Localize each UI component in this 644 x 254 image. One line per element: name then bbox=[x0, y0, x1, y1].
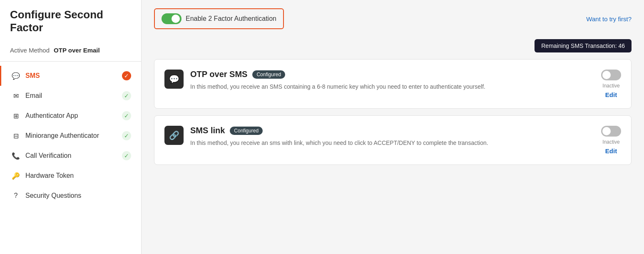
edit-link-otp-over-sms[interactable]: Edit bbox=[605, 91, 617, 98]
sidebar-label-call-verification: Call Verification bbox=[25, 152, 71, 159]
sidebar-items-container: 💬 SMS ✓ ✉ Email ✓ ⊞ Authenticator App ✓ … bbox=[0, 66, 141, 206]
sidebar-item-left-authenticator-app: ⊞ Authenticator App bbox=[11, 111, 78, 120]
sidebar-icon-miniorange-authenticator: ⊟ bbox=[11, 131, 20, 140]
method-icon-otp-over-sms: 💬 bbox=[164, 70, 184, 89]
sidebar-item-call-verification[interactable]: 📞 Call Verification ✓ bbox=[0, 146, 141, 166]
sidebar-label-hardware-token: Hardware Token bbox=[25, 172, 74, 179]
method-title-sms-link: SMS link bbox=[190, 126, 225, 135]
sidebar-item-left-email: ✉ Email bbox=[11, 91, 42, 100]
inactive-label-sms-link: Inactive bbox=[602, 139, 619, 145]
inactive-toggle-otp-over-sms[interactable] bbox=[601, 70, 621, 80]
active-method-row: Active Method OTP over Email bbox=[0, 42, 141, 61]
enable-2fa-toggle-box[interactable]: Enable 2 Factor Authentication bbox=[154, 8, 284, 29]
method-card-otp-over-sms: 💬 OTP over SMS Configured In this method… bbox=[154, 59, 632, 109]
sidebar-item-miniorange-authenticator[interactable]: ⊟ Miniorange Authenticator ✓ bbox=[0, 126, 141, 146]
sidebar-divider bbox=[0, 61, 141, 62]
sidebar-icon-call-verification: 📞 bbox=[11, 151, 20, 160]
methods-container: 💬 OTP over SMS Configured In this method… bbox=[154, 59, 632, 165]
method-body-sms-link: SMS link Configured In this method, you … bbox=[190, 126, 594, 147]
toggle-slider bbox=[162, 13, 182, 24]
method-desc-sms-link: In this method, you receive an sms with … bbox=[190, 139, 548, 147]
sidebar-item-sms[interactable]: 💬 SMS ✓ bbox=[0, 66, 141, 86]
sidebar-item-authenticator-app[interactable]: ⊞ Authenticator App ✓ bbox=[0, 106, 141, 126]
sidebar-check-call-verification: ✓ bbox=[122, 151, 131, 160]
sidebar-item-left-security-questions: ? Security Questions bbox=[11, 191, 81, 200]
toggle-label: Enable 2 Factor Authentication bbox=[186, 15, 276, 22]
header-left: Enable 2 Factor Authentication bbox=[154, 8, 284, 29]
sidebar-icon-authenticator-app: ⊞ bbox=[11, 111, 20, 120]
configured-badge-sms-link: Configured bbox=[230, 127, 263, 135]
sidebar-item-left-hardware-token: 🔑 Hardware Token bbox=[11, 171, 74, 180]
inactive-label-otp-over-sms: Inactive bbox=[602, 83, 619, 89]
sidebar-icon-security-questions: ? bbox=[11, 191, 20, 200]
want-to-try-link[interactable]: Want to try first? bbox=[586, 15, 632, 22]
sidebar-item-left-miniorange-authenticator: ⊟ Miniorange Authenticator bbox=[11, 131, 99, 140]
sidebar-item-email[interactable]: ✉ Email ✓ bbox=[0, 86, 141, 106]
sidebar-label-security-questions: Security Questions bbox=[25, 192, 81, 199]
method-desc-otp-over-sms: In this method, you receive an SMS conta… bbox=[190, 82, 548, 91]
sidebar-label-sms: SMS bbox=[25, 72, 40, 80]
sidebar-check-miniorange-authenticator: ✓ bbox=[122, 131, 131, 140]
method-body-otp-over-sms: OTP over SMS Configured In this method, … bbox=[190, 70, 594, 91]
active-method-label: Active Method bbox=[10, 47, 50, 54]
method-actions-sms-link: Inactive Edit bbox=[601, 126, 621, 154]
method-card-sms-link: 🔗 SMS link Configured In this method, yo… bbox=[154, 115, 632, 165]
page-title: Configure Second Factor bbox=[0, 8, 141, 42]
method-actions-otp-over-sms: Inactive Edit bbox=[601, 70, 621, 98]
enable-2fa-toggle[interactable] bbox=[162, 13, 182, 24]
sms-badge-row: Remaining SMS Transaction: 46 bbox=[154, 39, 632, 59]
sidebar-icon-email: ✉ bbox=[11, 91, 20, 100]
sidebar-icon-hardware-token: 🔑 bbox=[11, 171, 20, 180]
sidebar-item-left-sms: 💬 SMS bbox=[11, 71, 40, 80]
sidebar-item-security-questions[interactable]: ? Security Questions bbox=[0, 186, 141, 206]
sidebar-icon-sms: 💬 bbox=[11, 71, 20, 80]
method-icon-sms-link: 🔗 bbox=[164, 126, 184, 145]
sidebar: Configure Second Factor Active Method OT… bbox=[0, 0, 142, 254]
inactive-toggle-sms-link[interactable] bbox=[601, 126, 621, 137]
sidebar-item-left-call-verification: 📞 Call Verification bbox=[11, 151, 71, 160]
active-method-value: OTP over Email bbox=[54, 47, 100, 54]
sidebar-label-email: Email bbox=[25, 92, 42, 100]
sidebar-check-email: ✓ bbox=[122, 91, 131, 100]
sidebar-check-authenticator-app: ✓ bbox=[122, 111, 131, 120]
configured-badge-otp-over-sms: Configured bbox=[252, 70, 285, 79]
sms-transaction-badge: Remaining SMS Transaction: 46 bbox=[535, 39, 632, 52]
sidebar-item-hardware-token[interactable]: 🔑 Hardware Token bbox=[0, 166, 141, 186]
main-content: Enable 2 Factor Authentication Want to t… bbox=[142, 0, 644, 254]
method-title-row-sms-link: SMS link Configured bbox=[190, 126, 594, 135]
inactive-slider-otp-over-sms bbox=[601, 70, 621, 80]
header-row: Enable 2 Factor Authentication Want to t… bbox=[154, 8, 632, 29]
inactive-slider-sms-link bbox=[601, 126, 621, 137]
sidebar-check-sms: ✓ bbox=[122, 71, 131, 80]
sidebar-label-miniorange-authenticator: Miniorange Authenticator bbox=[25, 132, 99, 139]
edit-link-sms-link[interactable]: Edit bbox=[605, 147, 617, 154]
sidebar-label-authenticator-app: Authenticator App bbox=[25, 112, 78, 120]
method-title-row-otp-over-sms: OTP over SMS Configured bbox=[190, 70, 594, 79]
method-title-otp-over-sms: OTP over SMS bbox=[190, 70, 247, 79]
